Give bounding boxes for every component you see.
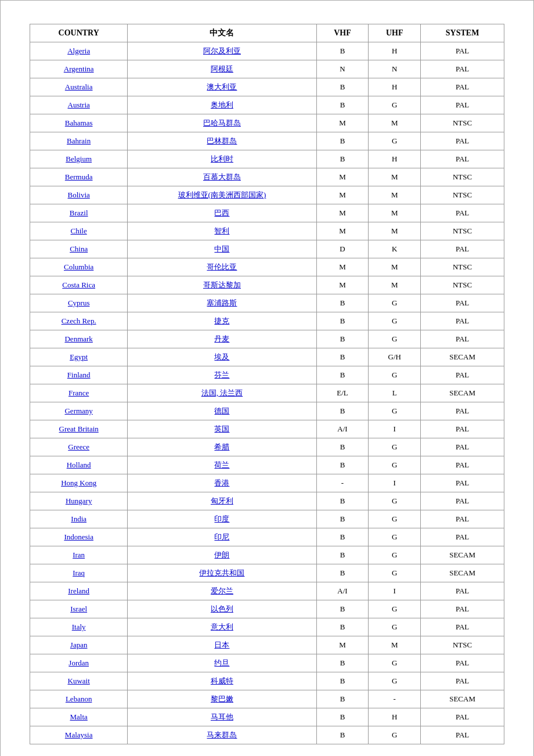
table-row: Cyprus塞浦路斯BGPAL [30, 294, 504, 312]
vhf-cell: B [316, 438, 369, 456]
country-link[interactable]: Columbia [64, 262, 93, 271]
country-cell[interactable]: Algeria [30, 42, 128, 60]
country-cell[interactable]: Columbia [30, 258, 128, 276]
country-link[interactable]: Japan [70, 640, 88, 649]
country-link[interactable]: Indonesia [64, 532, 93, 541]
country-cell[interactable]: Czech Rep. [30, 312, 128, 330]
country-link[interactable]: Bahamas [65, 118, 93, 127]
country-cell[interactable]: Hungary [30, 492, 128, 510]
country-cell[interactable]: Germany [30, 402, 128, 420]
country-cell[interactable]: Austria [30, 96, 128, 114]
country-cell[interactable]: Italy [30, 618, 128, 636]
country-link[interactable]: Malaysia [65, 730, 93, 739]
country-link[interactable]: Bermuda [65, 172, 93, 181]
country-cell[interactable]: Indonesia [30, 528, 128, 546]
country-link[interactable]: Greece [68, 442, 89, 451]
country-link[interactable]: Chile [71, 226, 87, 235]
chinese-name: 伊朗 [214, 550, 229, 559]
country-link[interactable]: Egypt [70, 352, 88, 361]
country-link[interactable]: Malta [70, 712, 88, 721]
country-cell[interactable]: Japan [30, 636, 128, 654]
system-cell: NTSC [421, 168, 504, 186]
chinese-name: 澳大利亚 [207, 82, 237, 91]
country-link[interactable]: Germany [64, 406, 92, 415]
country-cell[interactable]: Iran [30, 546, 128, 564]
country-cell[interactable]: Lebanon [30, 690, 128, 708]
table-row: Hungary匈牙利BGPAL [30, 492, 504, 510]
country-cell[interactable]: Kuwait [30, 672, 128, 690]
country-link[interactable]: Hong Kong [61, 478, 96, 487]
system-cell: PAL [421, 492, 504, 510]
country-link[interactable]: Brazil [70, 208, 88, 217]
country-cell[interactable]: India [30, 510, 128, 528]
country-link[interactable]: Lebanon [66, 694, 92, 703]
country-link[interactable]: Cyprus [68, 298, 90, 307]
country-link[interactable]: Bahrain [67, 136, 91, 145]
uhf-cell: I [369, 474, 421, 492]
country-cell[interactable]: Iraq [30, 564, 128, 582]
country-link[interactable]: Holland [67, 460, 91, 469]
country-cell[interactable]: Bolivia [30, 186, 128, 204]
header-country: COUNTRY [30, 24, 128, 42]
vhf-cell: B [316, 672, 369, 690]
country-link[interactable]: China [70, 244, 88, 253]
country-link[interactable]: Ireland [68, 586, 89, 595]
country-link[interactable]: Jordan [68, 658, 89, 667]
chinese-name: 捷克 [214, 316, 229, 325]
country-link[interactable]: Australia [65, 82, 93, 91]
country-cell[interactable]: Jordan [30, 654, 128, 672]
country-link[interactable]: Great Britain [59, 424, 99, 433]
country-cell[interactable]: Greece [30, 438, 128, 456]
country-link[interactable]: Italy [72, 622, 86, 631]
country-link[interactable]: Iraq [73, 568, 85, 577]
uhf-cell: M [369, 222, 421, 240]
country-cell[interactable]: Belgium [30, 150, 128, 168]
uhf-cell: G/H [369, 348, 421, 366]
country-cell[interactable]: Malta [30, 708, 128, 726]
uhf-cell: G [369, 492, 421, 510]
country-cell[interactable]: Ireland [30, 582, 128, 600]
country-link[interactable]: Israel [70, 604, 87, 613]
country-link[interactable]: Algeria [67, 46, 90, 55]
country-link[interactable]: Argentina [64, 64, 94, 73]
country-link[interactable]: France [68, 388, 89, 397]
country-cell[interactable]: Holland [30, 456, 128, 474]
country-link[interactable]: Kuwait [68, 676, 90, 685]
vhf-cell: B [316, 78, 369, 96]
country-cell[interactable]: Great Britain [30, 420, 128, 438]
chinese-name: 印度 [214, 514, 229, 523]
country-link[interactable]: Belgium [66, 154, 92, 163]
country-cell[interactable]: Chile [30, 222, 128, 240]
country-link[interactable]: Czech Rep. [62, 316, 96, 325]
country-link[interactable]: Costa Rica [62, 280, 95, 289]
chinese-name: 中国 [214, 244, 229, 253]
chinese-name-cell: 捷克 [128, 312, 316, 330]
country-cell[interactable]: Malaysia [30, 726, 128, 744]
country-cell[interactable]: Hong Kong [30, 474, 128, 492]
country-link[interactable]: Hungary [66, 496, 92, 505]
country-cell[interactable]: Israel [30, 600, 128, 618]
chinese-name: 比利时 [211, 154, 233, 163]
country-link[interactable]: India [71, 514, 86, 523]
country-cell[interactable]: Cyprus [30, 294, 128, 312]
country-cell[interactable]: Argentina [30, 60, 128, 78]
uhf-cell: G [369, 438, 421, 456]
country-link[interactable]: Bolivia [68, 190, 90, 199]
country-cell[interactable]: Bermuda [30, 168, 128, 186]
country-cell[interactable]: Denmark [30, 330, 128, 348]
country-cell[interactable]: Bahamas [30, 114, 128, 132]
country-link[interactable]: Finland [67, 370, 91, 379]
country-cell[interactable]: Brazil [30, 204, 128, 222]
country-cell[interactable]: Finland [30, 366, 128, 384]
country-cell[interactable]: Australia [30, 78, 128, 96]
country-link[interactable]: Austria [68, 100, 90, 109]
country-cell[interactable]: Bahrain [30, 132, 128, 150]
country-link[interactable]: Iran [73, 550, 85, 559]
system-cell: PAL [421, 528, 504, 546]
country-link[interactable]: Denmark [64, 334, 92, 343]
country-cell[interactable]: France [30, 384, 128, 402]
header-uhf: UHF [369, 24, 421, 42]
country-cell[interactable]: China [30, 240, 128, 258]
country-cell[interactable]: Costa Rica [30, 276, 128, 294]
country-cell[interactable]: Egypt [30, 348, 128, 366]
